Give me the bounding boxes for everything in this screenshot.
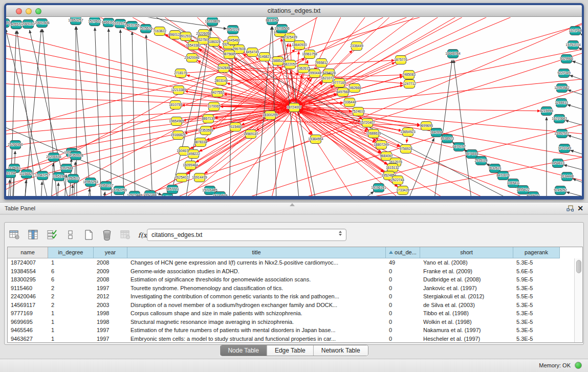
- graph-node[interactable]: 20206576: [46, 153, 61, 162]
- graph-node[interactable]: 18724007: [287, 103, 302, 112]
- graph-node[interactable]: 9875685: [223, 50, 236, 59]
- graph-node[interactable]: 8215955: [540, 107, 553, 116]
- graph-node[interactable]: 2336448: [343, 98, 356, 107]
- graph-node[interactable]: 12353599: [198, 126, 213, 135]
- table-row[interactable]: 946554611997Estimation of the future num…: [8, 326, 582, 335]
- graph-node[interactable]: 7515526: [139, 25, 153, 33]
- delete-trash-icon[interactable]: [100, 229, 114, 241]
- graph-node[interactable]: 12213389: [171, 86, 186, 95]
- graph-node[interactable]: 19384554: [308, 135, 323, 144]
- table-row[interactable]: 1456911722003Disruption of a novel membe…: [8, 301, 582, 310]
- table-row[interactable]: 2242004622012Investigating the contribut…: [8, 292, 582, 301]
- graph-node[interactable]: 6822057: [284, 60, 297, 69]
- graph-node[interactable]: 1990448: [308, 69, 321, 78]
- tab-network-table[interactable]: Network Table: [314, 345, 368, 356]
- graph-node[interactable]: 9115460: [229, 123, 242, 132]
- graph-node[interactable]: 1498222: [187, 150, 200, 159]
- graph-node[interactable]: 1895422: [516, 186, 530, 194]
- graph-node[interactable]: 13942757: [35, 171, 50, 180]
- graph-node[interactable]: 8878334: [194, 138, 207, 147]
- graph-node[interactable]: 9245012: [527, 192, 540, 196]
- graph-node[interactable]: 1810755: [169, 101, 182, 110]
- tab-node-table[interactable]: Node Table: [220, 345, 267, 356]
- table-header-row[interactable]: namein_degreeyeartitleout_de...shortpage…: [8, 247, 582, 258]
- graph-node[interactable]: 2803144: [214, 77, 228, 85]
- graph-node[interactable]: 13654923: [400, 128, 416, 137]
- new-document-icon[interactable]: [82, 229, 95, 241]
- graph-node[interactable]: 18807249: [374, 141, 389, 149]
- table-row[interactable]: 911546021997Tourette syndrome. Phenomeno…: [8, 284, 582, 293]
- column-header-year[interactable]: year: [94, 247, 127, 258]
- graph-node[interactable]: 9777169: [333, 79, 346, 87]
- graph-node[interactable]: 17359928: [68, 151, 83, 160]
- graph-node[interactable]: 8867130: [202, 115, 215, 123]
- graph-node[interactable]: 19166825: [170, 131, 186, 140]
- graph-node[interactable]: 1145194: [52, 172, 66, 181]
- graph-node[interactable]: 1244413: [555, 99, 568, 107]
- graph-node[interactable]: 2336449: [350, 42, 363, 51]
- graph-node[interactable]: 1121764: [569, 27, 582, 35]
- graph-node[interactable]: 1588520: [271, 57, 285, 65]
- graph-node[interactable]: 1840994: [430, 128, 443, 137]
- graph-node[interactable]: 16543382: [186, 41, 201, 50]
- graph-node[interactable]: 8186328: [207, 38, 221, 47]
- graph-node[interactable]: 16033809: [205, 17, 220, 26]
- memory-ok-indicator-icon[interactable]: [575, 362, 582, 369]
- table-vertical-scrollbar[interactable]: [574, 258, 582, 343]
- graph-node[interactable]: 12093582: [554, 84, 570, 93]
- tab-edge-table[interactable]: Edge Table: [267, 345, 314, 356]
- graph-node[interactable]: 16648784: [445, 50, 461, 58]
- column-header-name[interactable]: name: [8, 247, 48, 258]
- graph-node[interactable]: 8427552: [211, 89, 224, 97]
- graph-node[interactable]: 9146821: [258, 53, 271, 61]
- graph-node[interactable]: 2935114: [474, 157, 488, 165]
- graph-node[interactable]: 16961758: [302, 50, 317, 59]
- graph-node[interactable]: 1875776: [394, 56, 407, 64]
- graph-node[interactable]: 9245052: [554, 186, 567, 195]
- column-header-in_degree[interactable]: in_degree: [48, 247, 94, 258]
- graph-node[interactable]: 14569117: [244, 130, 258, 139]
- graph-node[interactable]: 7485083: [402, 71, 416, 79]
- graph-node[interactable]: 16210643: [552, 115, 567, 123]
- graph-node[interactable]: 16782759: [112, 186, 127, 195]
- graph-node[interactable]: 8813054: [266, 17, 279, 25]
- column-header-title[interactable]: title: [127, 247, 386, 258]
- table-columns-icon[interactable]: [27, 229, 40, 241]
- network-canvas[interactable]: 1872400771638228960128891293423226058932…: [6, 17, 582, 196]
- graph-node[interactable]: 20691406: [34, 19, 50, 28]
- select-all-check-icon[interactable]: [45, 229, 58, 241]
- graph-node[interactable]: 18640910: [292, 41, 307, 50]
- table-row[interactable]: 1872400712008Changes of HCN gene express…: [8, 258, 582, 267]
- graph-node[interactable]: 15992971: [554, 129, 570, 138]
- graph-node[interactable]: 18300295: [263, 111, 278, 120]
- graph-node[interactable]: 15751074: [565, 41, 581, 50]
- graph-node[interactable]: 8454749: [246, 48, 259, 57]
- splitter-grip-icon[interactable]: [290, 203, 295, 206]
- graph-node[interactable]: 8912934: [179, 32, 192, 41]
- graph-node[interactable]: 2522744: [391, 176, 404, 185]
- table-row[interactable]: 1938455462009Genome-wide association stu…: [8, 267, 582, 276]
- graph-node[interactable]: 7625402: [175, 173, 188, 182]
- table-settings-icon[interactable]: [8, 229, 21, 241]
- graph-node[interactable]: 9756928: [399, 145, 412, 154]
- column-header-pagerank[interactable]: pagerank: [513, 247, 560, 258]
- node-table[interactable]: namein_degreeyeartitleout_de...shortpage…: [7, 247, 583, 343]
- graph-node[interactable]: 391394: [6, 169, 16, 178]
- graph-node[interactable]: 7524616: [352, 107, 365, 116]
- column-header-short[interactable]: short: [420, 247, 513, 258]
- graph-node[interactable]: 1247712: [403, 80, 416, 89]
- graph-node[interactable]: 1350513: [67, 174, 80, 183]
- graph-node[interactable]: 9397588: [60, 164, 73, 173]
- graph-node[interactable]: 9329966: [560, 55, 573, 63]
- table-selector-dropdown[interactable]: citations_edges.txt: [147, 229, 346, 241]
- float-window-icon[interactable]: [567, 205, 574, 212]
- graph-node[interactable]: 2945460: [227, 36, 240, 45]
- graph-node[interactable]: 16099484: [183, 161, 198, 170]
- graph-node[interactable]: 25266950: [8, 141, 23, 149]
- graph-node[interactable]: 19654965: [169, 117, 184, 126]
- table-row[interactable]: 946362711997Embryonic stem cells: a mode…: [8, 335, 582, 343]
- graph-node[interactable]: 1731049: [558, 144, 571, 153]
- graph-node[interactable]: 17957253: [83, 178, 98, 187]
- column-header-out_de[interactable]: out_de...: [386, 247, 420, 258]
- graph-node[interactable]: 7955812: [315, 59, 328, 68]
